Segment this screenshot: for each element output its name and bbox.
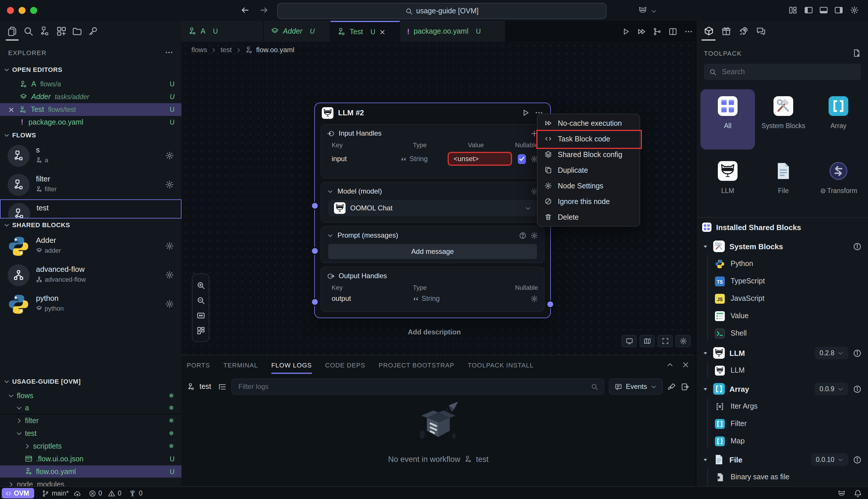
git-merge-icon[interactable] (653, 27, 662, 36)
panel-tab-project-bootstrap[interactable]: PROJECT BOOTSTRAP (378, 355, 454, 375)
category-transform[interactable]: Transform (811, 154, 866, 215)
tab-a[interactable]: A U (181, 21, 264, 42)
close-window-button[interactable] (7, 7, 14, 14)
menu-item-ignore-node[interactable]: Ignore this node (538, 194, 640, 209)
open-editor-item[interactable]: Adder tasks/adder U (0, 90, 181, 103)
maximize-panel-icon[interactable] (666, 361, 674, 369)
category-file[interactable]: File (756, 154, 811, 215)
llm-node[interactable]: LLM #2 Input Handles Key Type Value Null… (314, 102, 551, 318)
panel-tab-toolpack-install[interactable]: TOOLPACK INSTALL (468, 355, 534, 375)
open-editor-item[interactable]: A flows/a U (0, 78, 181, 90)
block-item-javascript[interactable]: JS JavaScript (696, 290, 868, 307)
run-flow-icon[interactable] (622, 27, 630, 36)
panel-tab-ports[interactable]: PORTS (187, 355, 210, 375)
category-llm[interactable]: LLM (700, 154, 755, 215)
close-panel-icon[interactable] (682, 361, 689, 369)
group-file[interactable]: File 0.0.10 (696, 451, 868, 468)
flow-canvas[interactable]: flows test flow.oo.yaml LLM #2 (181, 42, 695, 355)
more-actions-icon[interactable] (684, 27, 693, 36)
block-item-filter[interactable]: Filter (696, 415, 868, 433)
help-icon[interactable] (519, 232, 527, 239)
zoom-in-icon[interactable] (196, 281, 205, 290)
model-select[interactable]: OOMOL Chat (328, 200, 537, 216)
block-item-map[interactable]: Map (696, 433, 868, 450)
block-settings-gear-icon[interactable] (165, 300, 174, 308)
input-handle-dot[interactable] (311, 202, 319, 210)
flow-settings-gear-icon[interactable] (165, 151, 174, 160)
tree-item-flow-ui-json[interactable]: .flow.ui.oo.json U (0, 453, 181, 465)
log-view-icon[interactable] (218, 382, 227, 391)
flows-view-icon[interactable] (39, 26, 50, 37)
block-settings-gear-icon[interactable] (165, 271, 174, 279)
split-editor-icon[interactable] (668, 27, 677, 36)
open-editor-item[interactable]: ! package.oo.yaml U (0, 116, 181, 129)
shared-blocks-section-header[interactable]: SHARED BLOCKS (3, 221, 70, 228)
category-array[interactable]: Array (811, 89, 866, 149)
tree-item-scriptlets[interactable]: scriptlets (0, 440, 181, 452)
fullscreen-button[interactable] (658, 335, 673, 347)
menu-item-node-settings[interactable]: Node Settings (538, 178, 640, 194)
oomol-status-icon[interactable] (837, 489, 846, 498)
block-item-python[interactable]: Python (696, 255, 868, 272)
export-logs-icon[interactable] (681, 382, 689, 391)
problems-status[interactable]: 0 0 (88, 489, 121, 497)
tree-item-a[interactable]: a (0, 402, 181, 414)
array-version-select[interactable]: 0.0.9 (815, 382, 848, 395)
run-node-icon[interactable] (521, 108, 530, 117)
category-all[interactable]: All (700, 89, 755, 149)
minimize-window-button[interactable] (19, 7, 25, 14)
folder-view-icon[interactable] (72, 26, 82, 37)
llm-version-select[interactable]: 0.2.8 (815, 346, 848, 359)
block-item-llm[interactable]: LLM (696, 362, 868, 379)
block-item-iter-args[interactable]: Iter Args (696, 398, 868, 415)
group-llm[interactable]: LLM 0.2.8 (696, 344, 868, 362)
search-view-icon[interactable] (23, 26, 34, 37)
flow-list-item-s[interactable]: s a (0, 142, 181, 170)
secrets-key-icon[interactable] (87, 26, 98, 37)
nullable-checkbox[interactable] (518, 154, 526, 164)
tree-item-flows[interactable]: flows (0, 389, 181, 402)
tree-item-slotflows[interactable]: slotflows (0, 483, 181, 486)
zoom-out-icon[interactable] (196, 296, 205, 305)
toolpack-search-field[interactable] (721, 67, 856, 76)
explorer-more-icon[interactable] (165, 48, 173, 57)
forward-icon[interactable] (259, 5, 269, 15)
clear-logs-icon[interactable] (667, 382, 676, 391)
tab-package-yaml[interactable]: ! package.oo.yaml U (400, 21, 506, 42)
file-version-select[interactable]: 0.0.10 (811, 453, 848, 466)
panel-tab-terminal[interactable]: TERMINAL (223, 355, 258, 375)
notifications-bell-icon[interactable] (854, 489, 862, 498)
deploy-tab-icon[interactable] (739, 26, 749, 36)
git-branch-status[interactable]: main* (42, 489, 81, 497)
block-item-typescript[interactable]: TS TypeScript (696, 272, 868, 290)
tab-test[interactable]: Test U (330, 21, 400, 42)
menu-item-duplicate[interactable]: Duplicate (538, 162, 640, 178)
breadcrumb-file[interactable]: flow.oo.yaml (256, 46, 294, 54)
tree-item-test[interactable]: test (0, 427, 181, 439)
explorer-icon[interactable] (7, 26, 17, 37)
toolpack-tab-icon[interactable] (704, 26, 714, 36)
toggle-panel-icon[interactable] (819, 6, 828, 14)
panel-tab-flow-logs[interactable]: FLOW LOGS (272, 355, 312, 375)
ports-status[interactable]: 0 (129, 489, 143, 497)
flow-settings-gear-icon[interactable] (165, 180, 174, 189)
chat-tab-icon[interactable] (756, 26, 766, 36)
breadcrumb-test[interactable]: test (221, 46, 232, 54)
flows-section-header[interactable]: FLOWS (3, 132, 36, 138)
block-item-value[interactable]: Value (696, 307, 868, 325)
store-tab-icon[interactable] (721, 26, 731, 36)
output-handle-dot[interactable] (546, 300, 554, 308)
prompt-handle-dot[interactable] (311, 298, 319, 306)
events-dropdown[interactable]: Events (609, 378, 663, 395)
llm-node-header[interactable]: LLM #2 (315, 103, 550, 122)
menu-item-no-cache-execution[interactable]: No-cache execution (538, 115, 640, 131)
block-item-shell[interactable]: Shell (696, 325, 868, 342)
chevron-down-icon[interactable] (327, 188, 334, 194)
run-all-icon[interactable] (637, 27, 646, 36)
filter-logs-field[interactable] (237, 382, 587, 391)
settings-gear-icon[interactable] (850, 6, 859, 14)
auto-layout-icon[interactable] (196, 326, 205, 335)
prompt-gear-icon[interactable] (531, 232, 538, 239)
filter-logs-input[interactable] (231, 378, 604, 395)
block-item-binary-save-as-file[interactable]: Binary save as file (696, 468, 868, 486)
